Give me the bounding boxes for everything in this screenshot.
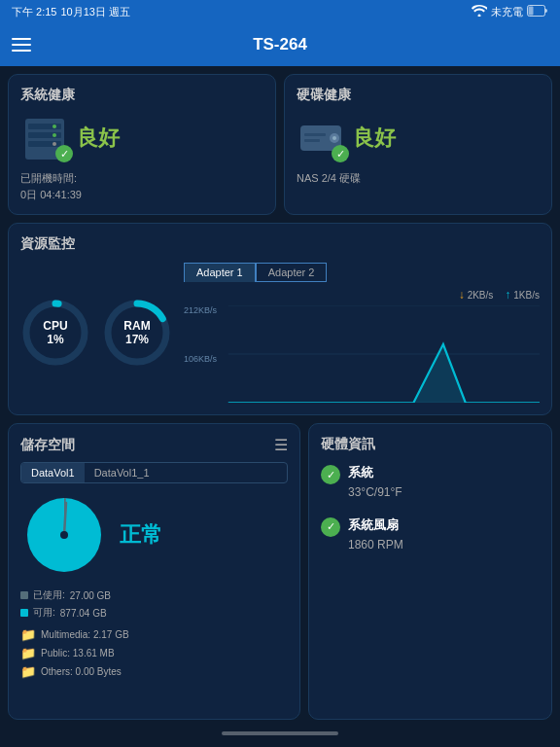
gauges: CPU 1% RAM	[20, 263, 172, 403]
svg-rect-12	[304, 139, 320, 142]
avail-legend-row: 可用: 877.04 GB	[20, 606, 288, 620]
storage-tabs: DataVol1 DataVol1_1	[20, 462, 288, 483]
adapter1-tab[interactable]: Adapter 1	[184, 263, 256, 282]
download-legend: ↓ 2KB/s	[459, 288, 494, 302]
hdd-health-check: ✓	[332, 145, 349, 162]
hdd-health-card: 硬碟健康 ✓ 良好 NAS 2/4 硬碟	[284, 74, 552, 215]
temp-item: ✓ 系統 33°C/91°F	[321, 463, 540, 502]
resource-title: 資源監控	[20, 235, 540, 253]
wifi-icon	[472, 5, 487, 18]
battery-icon	[527, 5, 548, 18]
folder-others: 📁 Others: 0.00 Bytes	[20, 664, 288, 679]
upload-legend: ↑ 1KB/s	[505, 288, 540, 302]
storage-legend: 已使用: 27.00 GB 可用: 877.04 GB	[20, 588, 288, 620]
hdd-icon: ✓	[297, 114, 345, 162]
hardware-card: 硬體資訊 ✓ 系統 33°C/91°F ✓ 系統風扇 1860 RPM	[308, 423, 552, 720]
network-legend: ↓ 2KB/s ↑ 1KB/s	[184, 288, 540, 302]
status-left: 下午 2:15 10月13日 週五	[12, 5, 130, 19]
cpu-gauge: CPU 1%	[20, 298, 90, 368]
gauge-row: CPU 1% RAM	[20, 298, 172, 368]
svg-point-8	[52, 142, 56, 146]
storage-header: 儲存空間 ☰	[20, 436, 288, 454]
svg-rect-1	[529, 7, 534, 16]
fan-item: ✓ 系統風扇 1860 RPM	[321, 516, 540, 554]
used-legend-row: 已使用: 27.00 GB	[20, 588, 288, 602]
storage-tab1[interactable]: DataVol1	[21, 463, 85, 482]
resource-card: 資源監控 CPU 1%	[8, 223, 552, 415]
system-health-check: ✓	[55, 145, 73, 162]
folder-icon-1: 📁	[20, 627, 36, 642]
svg-rect-11	[304, 133, 326, 136]
nav-title: TS-264	[253, 35, 307, 54]
battery-label: 未充電	[491, 5, 523, 19]
date: 10月13日 週五	[60, 5, 130, 19]
network-section: Adapter 1 Adapter 2 ↓ 2KB/s ↑ 1KB/s 212	[184, 263, 540, 403]
health-row: 系統健康 ✓ 良好 已開機時間:	[8, 74, 552, 215]
main-content: 系統健康 ✓ 良好 已開機時間:	[0, 66, 560, 747]
nas-icon: ✓	[20, 114, 69, 162]
ram-gauge: RAM 17%	[102, 298, 172, 368]
hardware-title: 硬體資訊	[321, 436, 540, 453]
storage-status: 正常	[120, 520, 162, 550]
fan-info: 系統風扇 1860 RPM	[348, 516, 403, 554]
avail-dot	[20, 609, 28, 617]
adapter2-tab[interactable]: Adapter 2	[256, 263, 328, 282]
status-bar: 下午 2:15 10月13日 週五 未充電	[0, 0, 560, 23]
menu-button[interactable]	[12, 38, 31, 52]
system-health-icon-row: ✓ 良好	[20, 114, 263, 162]
hdd-health-title: 硬碟健康	[297, 87, 540, 104]
chart-labels: 212KB/s 106KB/s	[184, 305, 219, 403]
system-health-status: 良好	[77, 124, 120, 153]
svg-point-24	[60, 531, 68, 539]
ram-label: RAM 17%	[123, 319, 150, 347]
top-nav: TS-264	[0, 23, 560, 66]
folder-list: 📁 Multimedia: 2.17 GB 📁 Public: 13.61 MB…	[20, 627, 288, 679]
folder-public: 📁 Public: 13.61 MB	[20, 646, 288, 660]
system-health-title: 系統健康	[20, 87, 263, 104]
bottom-row: 儲存空間 ☰ DataVol1 DataVol1_1	[8, 423, 552, 720]
svg-point-13	[332, 136, 336, 140]
storage-title: 儲存空間	[20, 437, 75, 454]
hdd-health-icon-row: ✓ 良好	[297, 114, 540, 162]
download-arrow-icon: ↓	[459, 288, 465, 302]
storage-card: 儲存空間 ☰ DataVol1 DataVol1_1	[8, 423, 300, 720]
ram-gauge-circle: RAM 17%	[102, 298, 172, 368]
network-chart: 212KB/s 106KB/s	[184, 305, 540, 403]
folder-multimedia: 📁 Multimedia: 2.17 GB	[20, 627, 288, 642]
system-uptime: 已開機時間: 0日 04:41:39	[20, 170, 263, 202]
time: 下午 2:15	[12, 5, 56, 19]
storage-pie-chart	[20, 491, 108, 579]
temp-check-icon: ✓	[321, 465, 340, 484]
svg-point-6	[52, 124, 56, 128]
adapter-tabs: Adapter 1 Adapter 2	[184, 263, 540, 282]
folder-icon-3: 📁	[20, 664, 36, 679]
folder-icon-2: 📁	[20, 646, 36, 660]
cpu-gauge-circle: CPU 1%	[20, 298, 90, 368]
hdd-drives-info: NAS 2/4 硬碟	[297, 170, 540, 187]
resource-inner: CPU 1% RAM	[20, 263, 540, 403]
fan-check-icon: ✓	[321, 517, 340, 537]
scroll-indicator	[222, 731, 338, 735]
system-health-card: 系統健康 ✓ 良好 已開機時間:	[8, 74, 276, 215]
hdd-health-status: 良好	[353, 124, 396, 153]
used-dot	[20, 591, 28, 599]
upload-arrow-icon: ↑	[505, 288, 510, 302]
storage-tab2[interactable]: DataVol1_1	[85, 463, 159, 482]
cpu-label: CPU 1%	[43, 319, 67, 347]
svg-marker-21	[228, 344, 540, 403]
temp-info: 系統 33°C/91°F	[348, 463, 402, 502]
svg-point-7	[52, 133, 56, 137]
list-icon: ☰	[274, 436, 288, 454]
status-right: 未充電	[472, 5, 548, 19]
pie-row: 正常	[20, 491, 288, 579]
